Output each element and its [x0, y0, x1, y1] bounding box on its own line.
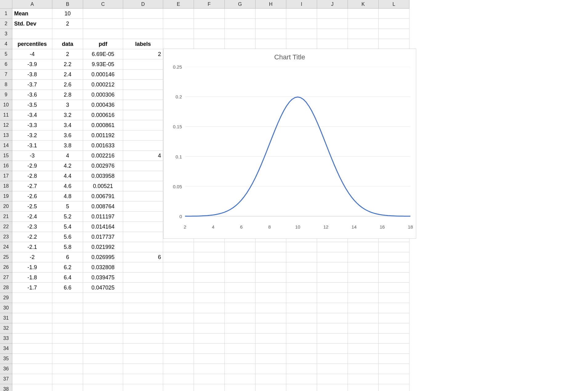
cell-H4[interactable] — [256, 39, 286, 49]
cell-D18[interactable] — [123, 181, 163, 191]
row-header-6[interactable]: 6 — [0, 59, 12, 70]
cell-E34[interactable] — [163, 344, 194, 354]
row-header-11[interactable]: 11 — [0, 110, 12, 120]
cell-L25[interactable] — [379, 252, 409, 262]
cell-L24[interactable] — [379, 242, 409, 252]
cell-D4[interactable]: labels — [123, 39, 163, 49]
cell-C14[interactable]: 0.001633 — [83, 141, 123, 151]
column-header-L[interactable]: L — [379, 0, 409, 9]
cell-A26[interactable]: -1.9 — [12, 262, 52, 273]
cell-A35[interactable] — [12, 354, 52, 364]
cell-I1[interactable] — [286, 9, 317, 19]
cell-D16[interactable] — [123, 161, 163, 171]
cell-E31[interactable] — [163, 313, 194, 323]
cell-L33[interactable] — [379, 333, 409, 344]
cell-C10[interactable]: 0.000436 — [83, 100, 123, 110]
cell-A10[interactable]: -3.5 — [12, 100, 52, 110]
column-header-E[interactable]: E — [163, 0, 194, 9]
cell-A29[interactable] — [12, 293, 52, 303]
cell-G33[interactable] — [225, 333, 256, 344]
cell-H37[interactable] — [256, 374, 286, 384]
cell-D28[interactable] — [123, 283, 163, 293]
cell-H27[interactable] — [256, 273, 286, 283]
cell-K24[interactable] — [348, 242, 379, 252]
cell-B31[interactable] — [52, 313, 83, 323]
cell-K29[interactable] — [348, 293, 379, 303]
cell-C2[interactable] — [83, 19, 123, 29]
cell-B20[interactable]: 5 — [52, 201, 83, 212]
cell-C34[interactable] — [83, 344, 123, 354]
cell-D26[interactable] — [123, 262, 163, 273]
cell-E2[interactable] — [163, 19, 194, 29]
cell-K37[interactable] — [348, 374, 379, 384]
cell-D27[interactable] — [123, 273, 163, 283]
cell-I31[interactable] — [286, 313, 317, 323]
cell-J38[interactable] — [317, 384, 348, 391]
select-all-corner[interactable] — [0, 0, 12, 9]
cell-I2[interactable] — [286, 19, 317, 29]
row-header-12[interactable]: 12 — [0, 120, 12, 130]
cell-C7[interactable]: 0.000146 — [83, 70, 123, 80]
cell-B9[interactable]: 2.8 — [52, 90, 83, 100]
row-header-33[interactable]: 33 — [0, 333, 12, 344]
cell-F4[interactable] — [194, 39, 225, 49]
cell-K32[interactable] — [348, 323, 379, 333]
cell-H34[interactable] — [256, 344, 286, 354]
row-header-20[interactable]: 20 — [0, 201, 12, 212]
row-header-28[interactable]: 28 — [0, 283, 12, 293]
cell-B25[interactable]: 6 — [52, 252, 83, 262]
cell-E38[interactable] — [163, 384, 194, 391]
cell-H30[interactable] — [256, 303, 286, 313]
row-header-27[interactable]: 27 — [0, 273, 12, 283]
column-header-K[interactable]: K — [348, 0, 379, 9]
column-header-J[interactable]: J — [317, 0, 348, 9]
cell-I4[interactable] — [286, 39, 317, 49]
cell-C18[interactable]: 0.00521 — [83, 181, 123, 191]
cell-G27[interactable] — [225, 273, 256, 283]
cell-L28[interactable] — [379, 283, 409, 293]
cell-K30[interactable] — [348, 303, 379, 313]
row-header-26[interactable]: 26 — [0, 262, 12, 273]
cell-F29[interactable] — [194, 293, 225, 303]
cell-J29[interactable] — [317, 293, 348, 303]
cell-D36[interactable] — [123, 364, 163, 374]
cell-F38[interactable] — [194, 384, 225, 391]
cell-C37[interactable] — [83, 374, 123, 384]
cell-G29[interactable] — [225, 293, 256, 303]
column-header-A[interactable]: A — [12, 0, 52, 9]
cell-D14[interactable] — [123, 141, 163, 151]
cell-L4[interactable] — [379, 39, 409, 49]
cell-D2[interactable] — [123, 19, 163, 29]
cell-F24[interactable] — [194, 242, 225, 252]
cell-K38[interactable] — [348, 384, 379, 391]
cell-D9[interactable] — [123, 90, 163, 100]
cell-A23[interactable]: -2.2 — [12, 232, 52, 242]
cell-B13[interactable]: 3.6 — [52, 130, 83, 141]
cell-D19[interactable] — [123, 191, 163, 201]
cell-J3[interactable] — [317, 29, 348, 39]
row-header-29[interactable]: 29 — [0, 293, 12, 303]
cell-I26[interactable] — [286, 262, 317, 273]
cell-D22[interactable] — [123, 222, 163, 232]
column-header-F[interactable]: F — [194, 0, 225, 9]
cell-D38[interactable] — [123, 384, 163, 391]
cell-A16[interactable]: -2.9 — [12, 161, 52, 171]
cell-K4[interactable] — [348, 39, 379, 49]
cell-J2[interactable] — [317, 19, 348, 29]
cell-A6[interactable]: -3.9 — [12, 59, 52, 70]
cell-C35[interactable] — [83, 354, 123, 364]
cell-C24[interactable]: 0.021992 — [83, 242, 123, 252]
cell-B6[interactable]: 2.2 — [52, 59, 83, 70]
cell-K26[interactable] — [348, 262, 379, 273]
cell-I25[interactable] — [286, 252, 317, 262]
cell-F34[interactable] — [194, 344, 225, 354]
row-header-36[interactable]: 36 — [0, 364, 12, 374]
cell-F26[interactable] — [194, 262, 225, 273]
cell-B29[interactable] — [52, 293, 83, 303]
chart-plot-area[interactable]: 00.050.10.150.20.2524681012141618 — [185, 67, 410, 223]
cell-A28[interactable]: -1.7 — [12, 283, 52, 293]
cell-G24[interactable] — [225, 242, 256, 252]
cell-C21[interactable]: 0.011197 — [83, 212, 123, 222]
cell-D35[interactable] — [123, 354, 163, 364]
cell-A2[interactable]: Std. Dev — [12, 19, 52, 29]
